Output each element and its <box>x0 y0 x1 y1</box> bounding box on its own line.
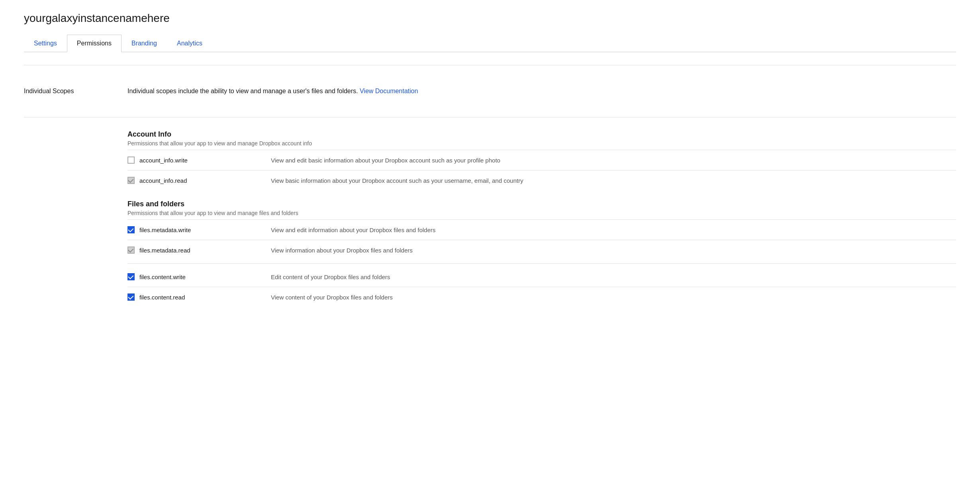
permission-desc-account-info-write: View and edit basic information about yo… <box>271 157 956 164</box>
app-title: yourgalaxyinstancenamehere <box>24 12 956 25</box>
account-info-desc: Permissions that allow your app to view … <box>127 140 956 147</box>
permission-desc-account-info-read: View basic information about your Dropbo… <box>271 177 956 184</box>
permission-account-info-read: account_info.read View basic information… <box>127 170 956 190</box>
permission-desc-files-metadata-write: View and edit information about your Dro… <box>271 226 956 233</box>
checkbox-files-content-read[interactable] <box>127 293 135 301</box>
permission-files-metadata-write: files.metadata.write View and edit infor… <box>127 220 956 240</box>
files-folders-header: Files and folders Permissions that allow… <box>127 200 956 220</box>
account-info-title: Account Info <box>127 130 956 139</box>
files-folders-desc: Permissions that allow your app to view … <box>127 210 956 216</box>
permission-group-files-folders: Files and folders Permissions that allow… <box>127 200 956 260</box>
individual-scopes-label: Individual Scopes <box>24 88 112 95</box>
files-folders-title: Files and folders <box>127 200 956 208</box>
permission-desc-files-content-write: Edit content of your Dropbox files and f… <box>271 273 956 280</box>
checkbox-files-metadata-write[interactable] <box>127 226 135 233</box>
permission-name-files-metadata-write: files.metadata.write <box>139 227 191 233</box>
permission-name-files-metadata-read: files.metadata.read <box>139 247 190 254</box>
permission-group-files-content: files.content.write Edit content of your… <box>127 263 956 307</box>
tab-settings[interactable]: Settings <box>24 35 67 52</box>
permission-files-content-read: files.content.read View content of your … <box>127 287 956 307</box>
permission-files-content-write: files.content.write Edit content of your… <box>127 267 956 287</box>
individual-scopes-row: Individual Scopes Individual scopes incl… <box>24 78 956 104</box>
permission-name-files-content-read: files.content.read <box>139 294 185 301</box>
individual-scopes-description: Individual scopes include the ability to… <box>127 88 956 95</box>
permission-desc-files-content-read: View content of your Dropbox files and f… <box>271 293 956 301</box>
permission-name-files-content-write: files.content.write <box>139 274 186 280</box>
tab-permissions[interactable]: Permissions <box>67 35 122 52</box>
checkbox-account-info-read[interactable] <box>127 177 135 184</box>
checkbox-files-metadata-read[interactable] <box>127 246 135 254</box>
permissions-content: Account Info Permissions that allow your… <box>127 130 956 307</box>
permission-name-account-info-read: account_info.read <box>139 177 187 184</box>
permission-desc-files-metadata-read: View information about your Dropbox file… <box>271 246 956 254</box>
permission-group-account-info: Account Info Permissions that allow your… <box>127 130 956 190</box>
header-divider <box>24 65 956 65</box>
scopes-divider <box>24 117 956 117</box>
tab-analytics[interactable]: Analytics <box>167 35 212 52</box>
view-documentation-link[interactable]: View Documentation <box>360 88 418 94</box>
checkbox-account-info-write[interactable] <box>127 157 135 164</box>
permission-files-metadata-read: files.metadata.read View information abo… <box>127 240 956 260</box>
account-info-header: Account Info Permissions that allow your… <box>127 130 956 150</box>
tab-bar: Settings Permissions Branding Analytics <box>24 34 956 52</box>
checkbox-files-content-write[interactable] <box>127 273 135 280</box>
tab-branding[interactable]: Branding <box>122 35 167 52</box>
permission-name-account-info-write: account_info.write <box>139 157 188 164</box>
permission-account-info-write: account_info.write View and edit basic i… <box>127 150 956 170</box>
